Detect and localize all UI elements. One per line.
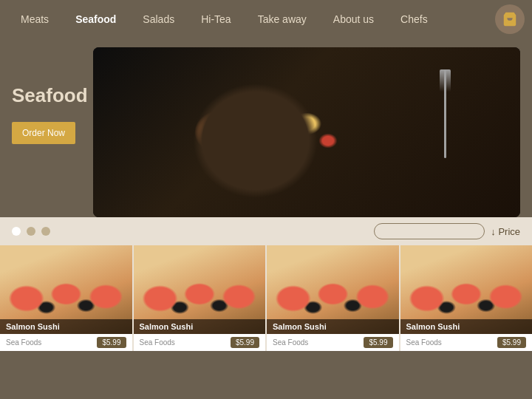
nav-item-seafood[interactable]: Seafood	[62, 9, 129, 30]
cart-icon	[502, 11, 518, 27]
nav-item-salads[interactable]: Salads	[129, 9, 188, 30]
product-name-3: Salmon Sushi	[406, 322, 460, 331]
product-footer-2: Sea Foods $5.99	[267, 334, 399, 351]
hero-title: Seafood	[12, 84, 88, 107]
order-now-button[interactable]: Order Now	[12, 122, 75, 144]
price-filter-label[interactable]: ↓ Price	[491, 226, 520, 237]
hero-section: Seafood Order Now	[0, 38, 532, 217]
nav-item-hi-tea[interactable]: Hi-Tea	[188, 9, 244, 30]
product-image-0: Salmon Sushi	[0, 245, 132, 334]
product-footer-0: Sea Foods $5.99	[0, 334, 132, 351]
product-name-0: Salmon Sushi	[6, 322, 60, 331]
nav-items: MeatsSeafoodSaladsHi-TeaTake awayAbout u…	[7, 9, 495, 30]
product-info-overlay-2: Salmon Sushi	[267, 319, 399, 334]
product-card-1[interactable]: Salmon Sushi Sea Foods $5.99	[134, 245, 267, 351]
filter-input[interactable]	[374, 223, 485, 239]
product-info-overlay-1: Salmon Sushi	[134, 319, 266, 334]
carousel-dots	[12, 227, 374, 236]
nav-item-meats[interactable]: Meats	[7, 9, 62, 30]
carousel-dot-1[interactable]	[27, 227, 35, 236]
product-category-2: Sea Foods	[273, 338, 308, 347]
carousel-dot-0[interactable]	[12, 227, 21, 236]
fork-decoration	[444, 69, 446, 158]
product-card-0[interactable]: Salmon Sushi Sea Foods $5.99	[0, 245, 134, 351]
nav-item-take-away[interactable]: Take away	[245, 9, 320, 30]
product-name-1: Salmon Sushi	[140, 322, 194, 331]
product-price-2: $5.99	[364, 337, 392, 348]
product-image-3: Salmon Sushi	[400, 245, 533, 334]
hero-food-image	[93, 47, 520, 217]
product-info-overlay-0: Salmon Sushi	[0, 319, 132, 334]
product-info-overlay-3: Salmon Sushi	[400, 319, 533, 334]
product-name-2: Salmon Sushi	[273, 322, 327, 331]
nav-item-about-us[interactable]: About us	[320, 9, 387, 30]
cart-button[interactable]	[495, 4, 525, 34]
product-footer-3: Sea Foods $5.99	[400, 334, 533, 351]
product-price-0: $5.99	[97, 337, 126, 348]
product-category-3: Sea Foods	[406, 338, 442, 347]
product-grid: Salmon Sushi Sea Foods $5.99 Salmon Sush…	[0, 245, 532, 351]
product-card-3[interactable]: Salmon Sushi Sea Foods $5.99	[400, 245, 533, 351]
product-card-2[interactable]: Salmon Sushi Sea Foods $5.99	[267, 245, 400, 351]
product-image-2: Salmon Sushi	[267, 245, 399, 334]
hero-image-inner	[93, 47, 520, 217]
product-footer-1: Sea Foods $5.99	[134, 334, 266, 351]
hero-left: Seafood Order Now	[12, 47, 93, 144]
main-nav: MeatsSeafoodSaladsHi-TeaTake awayAbout u…	[0, 0, 532, 38]
product-price-3: $5.99	[497, 337, 526, 348]
product-category-1: Sea Foods	[140, 338, 175, 347]
filter-area: ↓ Price	[374, 223, 520, 239]
carousel-dot-2[interactable]	[41, 227, 50, 236]
nav-item-chefs[interactable]: Chefs	[387, 9, 441, 30]
product-image-1: Salmon Sushi	[134, 245, 266, 334]
product-price-1: $5.99	[231, 337, 259, 348]
product-category-0: Sea Foods	[6, 338, 41, 347]
carousel-bar: ↓ Price	[0, 217, 532, 245]
hero-image	[93, 47, 520, 217]
